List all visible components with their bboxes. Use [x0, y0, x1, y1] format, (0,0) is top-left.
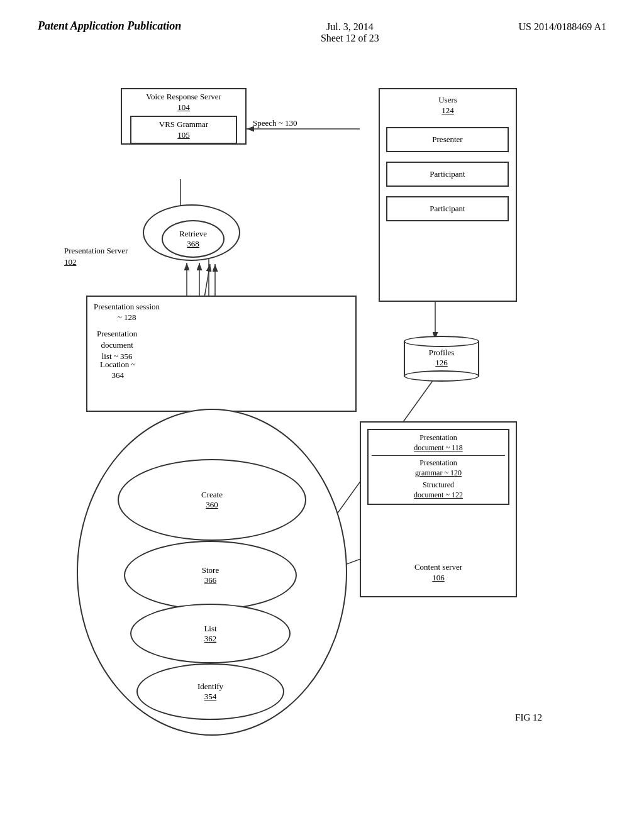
patent-header-center: Jul. 3, 2014 Sheet 12 of 23: [321, 19, 379, 44]
vrs-grammar-ref: 105: [177, 130, 190, 141]
patent-header-left: Patent Application Publication: [38, 19, 181, 33]
location-label: Location ~ 364: [100, 360, 136, 381]
profiles-ref: 126: [435, 358, 448, 368]
list-ref: 362: [204, 634, 217, 644]
create-ellipse-360: Create 360: [118, 459, 306, 541]
pres-doc-118-box: Presentation document ~ 118 Presentation…: [367, 429, 509, 505]
store366-ref: 366: [204, 575, 217, 585]
participant2-label: Participant: [430, 204, 465, 214]
presenter-box: Presenter: [386, 127, 509, 152]
patent-number: US 2014/0188469 A1: [518, 21, 606, 32]
users-outer-box: Users 124 Presenter Participant Particip…: [379, 88, 517, 302]
publication-date: Jul. 3, 2014: [321, 21, 379, 33]
identify-label: Identify: [197, 682, 223, 692]
list-ellipse-362: List 362: [130, 604, 291, 663]
patent-header-right: US 2014/0188469 A1: [518, 19, 606, 33]
publication-title: Patent Application Publication: [38, 19, 181, 32]
store-ellipse-366: Store 366: [124, 541, 297, 610]
vrs-grammar-label: VRS Grammar: [159, 119, 208, 130]
diagram-area: Voice Response Server 104 VRS Grammar 10…: [52, 69, 592, 761]
pres-session-box: Presentation session ~ 128 Presentation …: [86, 296, 357, 412]
content-server-label: Content server 106: [361, 562, 516, 584]
content-server-outer-box: Presentation document ~ 118 Presentation…: [360, 421, 517, 597]
vrs-grammar-box: VRS Grammar 105: [130, 116, 237, 144]
fig-label: FIG 12: [515, 712, 542, 723]
list-label: List: [204, 624, 216, 634]
participant1-label: Participant: [430, 169, 465, 180]
users-ref: 124: [380, 106, 516, 116]
pres-doc-list-label: Presentation document list ~ 356: [97, 328, 137, 363]
sheet-info: Sheet 12 of 23: [321, 33, 379, 44]
store366-label: Store: [202, 565, 219, 575]
participant1-box: Participant: [386, 162, 509, 187]
profiles-cylinder: Profiles 126: [404, 333, 479, 384]
retrieve-label: Retrieve: [179, 229, 207, 239]
pres-session-label: Presentation session ~ 128: [94, 302, 160, 323]
identify-ellipse-354: Identify 354: [136, 663, 284, 720]
speech-label: Speech ~ 130: [253, 118, 297, 128]
retrieve-ref: 368: [187, 239, 199, 249]
presenter-label: Presenter: [432, 135, 462, 145]
vrs-label: Voice Response Server: [146, 91, 221, 102]
vrs-server-box: Voice Response Server 104 VRS Grammar 10…: [121, 88, 247, 145]
create-ref: 360: [206, 500, 218, 510]
retrieve-ellipse-368: Retrieve 368: [162, 220, 225, 258]
participant2-box: Participant: [386, 196, 509, 221]
vrs-ref: 104: [177, 102, 190, 113]
presentation-server-label: Presentation Server 102: [64, 245, 128, 268]
identify-ref: 354: [204, 692, 217, 702]
users-label: Users: [380, 94, 516, 106]
create-label: Create: [201, 490, 223, 500]
profiles-label: Profiles: [429, 348, 454, 358]
